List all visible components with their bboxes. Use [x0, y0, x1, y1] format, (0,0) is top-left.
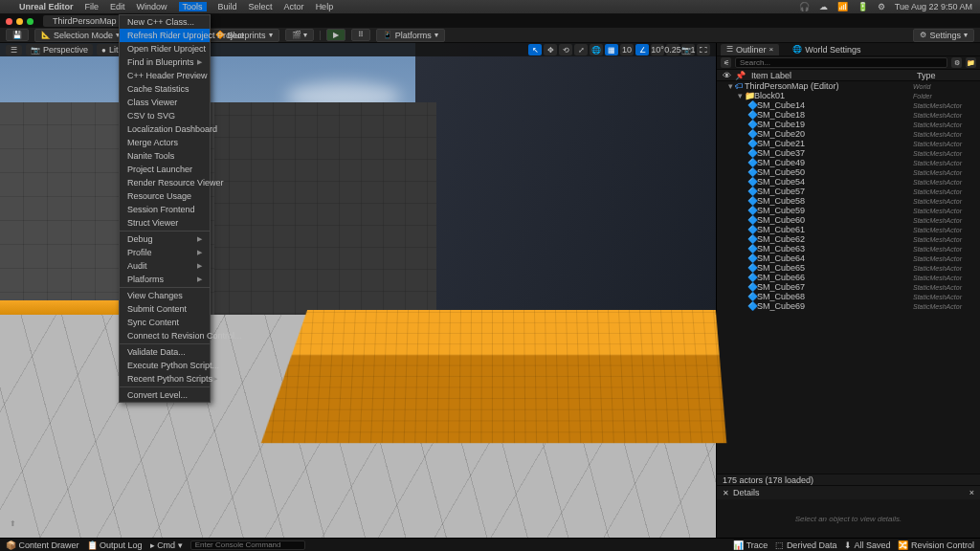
play-options-button[interactable]: ⠿: [351, 29, 370, 41]
selection-mode-dropdown[interactable]: 📐 Selection Mode ▾: [34, 29, 126, 42]
play-button[interactable]: ▶: [326, 29, 345, 41]
outliner-row[interactable]: 🔷SM_Cube59StaticMeshActor: [717, 206, 980, 215]
save-button[interactable]: 💾: [6, 29, 29, 41]
outliner-row[interactable]: ▾🏷ThirdPersonMap (Editor)World: [717, 81, 980, 91]
outliner-row[interactable]: 🔷SM_Cube63StaticMeshActor: [717, 244, 980, 253]
outliner-row[interactable]: 🔷SM_Cube54StaticMeshActor: [717, 177, 980, 187]
tools-menu-item[interactable]: Submit Content: [120, 302, 210, 316]
menu-help[interactable]: Help: [316, 2, 334, 11]
outliner-row[interactable]: 🔷SM_Cube57StaticMeshActor: [717, 187, 980, 196]
outliner-row[interactable]: 🔷SM_Cube20StaticMeshActor: [717, 129, 980, 139]
maximize-viewport[interactable]: ⛶: [697, 44, 710, 55]
tools-menu-item[interactable]: View Changes: [120, 289, 210, 302]
outliner-row[interactable]: 🔷SM_Cube21StaticMeshActor: [717, 139, 980, 148]
derived-data-button[interactable]: ⬚ Derived Data: [775, 540, 836, 550]
outliner-tab[interactable]: ☰ Outliner ×: [721, 44, 779, 55]
tools-menu-item[interactable]: Struct Viewer: [120, 216, 210, 230]
column-item-label[interactable]: Item Label: [751, 71, 791, 80]
menu-build[interactable]: Build: [218, 2, 237, 11]
tools-menu-item[interactable]: Platforms▶: [120, 273, 210, 286]
tools-menu-item[interactable]: Merge Actors: [120, 136, 210, 149]
headphones-icon[interactable]: 🎧: [799, 2, 810, 11]
menu-file[interactable]: File: [85, 2, 100, 11]
surface-snap-toggle[interactable]: ▦: [605, 44, 618, 55]
viewport[interactable]: ⬆ ☰ 📷 Perspective ● Lit Show ↖ ✥ ⟲ ⤢ 🌐 ▦…: [0, 43, 716, 538]
scale-tool[interactable]: ⤢: [574, 44, 588, 55]
menu-tools[interactable]: Tools: [179, 2, 207, 11]
tools-menu-item[interactable]: Find in Blueprints▶: [120, 55, 210, 69]
outliner-tree[interactable]: ▾🏷ThirdPersonMap (Editor)World▾📁Block01F…: [717, 81, 980, 474]
tools-menu-item[interactable]: Nanite Tools: [120, 149, 210, 163]
outliner-row[interactable]: 🔷SM_Cube67StaticMeshActor: [717, 282, 980, 292]
minimize-window-button[interactable]: [16, 18, 23, 25]
outliner-row[interactable]: 🔷SM_Cube37StaticMeshActor: [717, 148, 980, 158]
tools-menu-item[interactable]: Connect to Revision Control...: [120, 329, 210, 342]
outliner-row[interactable]: 🔷SM_Cube19StaticMeshActor: [717, 120, 980, 129]
outliner-row[interactable]: ▾📁Block01Folder: [717, 91, 980, 100]
outliner-row[interactable]: 🔷SM_Cube14StaticMeshActor: [717, 100, 980, 110]
tools-menu-item[interactable]: Class Viewer: [120, 96, 210, 109]
app-name[interactable]: Unreal Editor: [19, 2, 74, 11]
tools-menu-item[interactable]: CSV to SVG: [120, 109, 210, 122]
outliner-row[interactable]: 🔷SM_Cube65StaticMeshActor: [717, 263, 980, 273]
details-header[interactable]: ✕ Details×: [717, 486, 980, 499]
viewport-menu-button[interactable]: ☰: [6, 45, 22, 55]
tools-menu-item[interactable]: Sync Content: [120, 316, 210, 329]
output-log-button[interactable]: 📋 Output Log: [87, 540, 143, 550]
tools-menu-item[interactable]: Session Frontend: [120, 203, 210, 216]
revision-control-button[interactable]: 🔀 Revision Control: [898, 540, 974, 550]
angle-snap-toggle[interactable]: ∠: [635, 44, 649, 55]
platforms-button[interactable]: 📱 Platforms ▾: [376, 29, 445, 42]
level-tab[interactable]: ThirdPersonMap: [43, 15, 126, 27]
menu-window[interactable]: Window: [137, 2, 167, 11]
perspective-dropdown[interactable]: 📷 Perspective: [26, 44, 93, 55]
outliner-row[interactable]: 🔷SM_Cube64StaticMeshActor: [717, 253, 980, 263]
tools-menu-item[interactable]: Cache Statistics: [120, 82, 210, 96]
tools-menu-item[interactable]: Validate Data...: [120, 345, 210, 359]
outliner-row[interactable]: 🔷SM_Cube62StaticMeshActor: [717, 234, 980, 244]
cinematics-button[interactable]: 🎬 ▾: [285, 29, 314, 41]
select-tool[interactable]: ↖: [528, 44, 542, 55]
outliner-row[interactable]: 🔷SM_Cube69StaticMeshActor: [717, 301, 980, 311]
coord-space-toggle[interactable]: 🌐: [590, 44, 603, 55]
outliner-row[interactable]: 🔷SM_Cube18StaticMeshActor: [717, 110, 980, 120]
tools-menu-item[interactable]: Recent Python Scripts▶: [120, 372, 210, 386]
tools-menu-item[interactable]: Convert Level...: [120, 388, 210, 402]
close-window-button[interactable]: [6, 18, 12, 25]
tools-menu-item[interactable]: Debug▶: [120, 232, 210, 246]
content-drawer-button[interactable]: 📦 Content Drawer: [6, 540, 79, 550]
outliner-search-input[interactable]: [735, 57, 947, 68]
tools-menu-item[interactable]: Open Rider Uproject: [120, 42, 210, 55]
tools-menu-item[interactable]: Resource Usage: [120, 189, 210, 203]
angle-snap-value[interactable]: 10°: [651, 44, 664, 55]
column-type[interactable]: Type: [917, 71, 974, 80]
wifi-icon[interactable]: 📶: [837, 2, 848, 11]
settings-button[interactable]: ⚙ Settings ▾: [913, 29, 974, 42]
outliner-row[interactable]: 🔷SM_Cube49StaticMeshActor: [717, 158, 980, 167]
outliner-row[interactable]: 🔷SM_Cube61StaticMeshActor: [717, 225, 980, 234]
tools-menu-item[interactable]: C++ Header Preview: [120, 69, 210, 82]
outliner-row[interactable]: 🔷SM_Cube58StaticMeshActor: [717, 196, 980, 206]
scale-snap-value[interactable]: 0.25: [666, 44, 679, 55]
console-input[interactable]: [190, 540, 305, 550]
tools-menu-item[interactable]: Audit▶: [120, 259, 210, 273]
tools-menu-item[interactable]: Refresh Rider Uproject Project: [120, 29, 210, 42]
maximize-window-button[interactable]: [27, 18, 33, 25]
trace-button[interactable]: 📊 Trace: [733, 540, 768, 550]
cloud-icon[interactable]: ☁: [819, 2, 828, 11]
cmd-dropdown[interactable]: ▸ Cmd ▾: [150, 540, 183, 550]
control-center-icon[interactable]: ⚙: [878, 2, 885, 11]
folder-button[interactable]: 📁: [966, 57, 976, 68]
tools-menu-item[interactable]: New C++ Class...: [120, 15, 210, 29]
options-button[interactable]: ⚙: [951, 57, 962, 68]
outliner-row[interactable]: 🔷SM_Cube50StaticMeshActor: [717, 167, 980, 177]
eye-column-icon[interactable]: 👁: [723, 71, 731, 80]
pin-column-icon[interactable]: 📌: [735, 71, 746, 80]
menu-select[interactable]: Select: [249, 2, 273, 11]
tools-menu-item[interactable]: Render Resource Viewer: [120, 176, 210, 189]
menu-edit[interactable]: Edit: [110, 2, 125, 11]
tools-menu-item[interactable]: Profile▶: [120, 246, 210, 259]
axis-gizmo[interactable]: ⬆: [10, 519, 16, 528]
tools-menu-item[interactable]: Project Launcher: [120, 163, 210, 176]
tools-menu-item[interactable]: Localization Dashboard: [120, 122, 210, 136]
